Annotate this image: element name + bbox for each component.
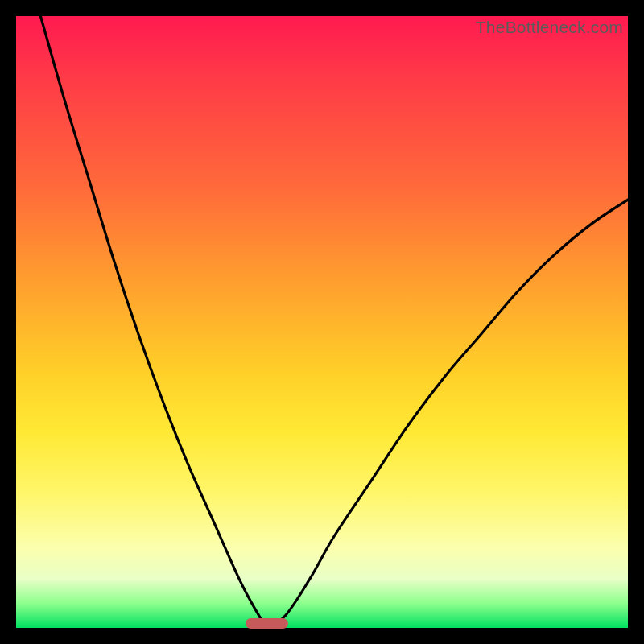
right-curve [267, 200, 628, 628]
curve-layer [16, 16, 628, 628]
chart-frame: TheBottleneck.com [16, 16, 628, 628]
watermark-text: TheBottleneck.com [476, 18, 623, 37]
left-curve [40, 16, 266, 628]
plot-area [16, 16, 628, 628]
optimum-marker [246, 618, 288, 629]
